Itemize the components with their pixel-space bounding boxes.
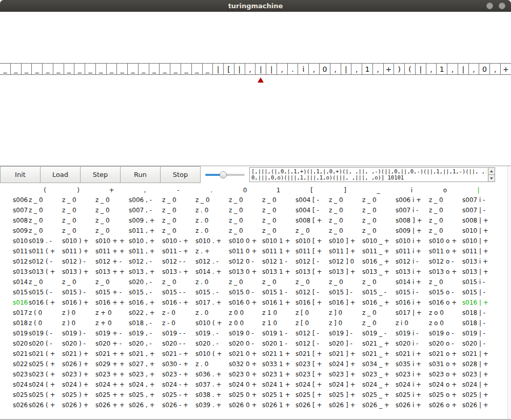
transition-cell: s013 | + <box>462 268 495 275</box>
transition-cell: s019 + - <box>95 330 128 337</box>
load-button[interactable]: Load <box>40 166 81 183</box>
transition-cell: s013 + + <box>95 268 128 275</box>
transition-cell: z - 0 <box>162 319 195 327</box>
transition-cell: z _ 0 <box>95 278 128 286</box>
run-button[interactable]: Run <box>120 166 161 183</box>
transition-cell: s016 | + <box>462 299 495 306</box>
state-label: s020 <box>0 340 28 347</box>
tape-cell: _ <box>202 64 213 74</box>
table-row: s019s019 ( -s019 ) -s019 + -s019 , -s019… <box>0 328 511 338</box>
scrollbar[interactable] <box>507 166 511 419</box>
column-header: . <box>195 187 228 194</box>
transition-cell: s010 | + <box>462 237 495 245</box>
transition-cell: s011 o + <box>428 248 462 255</box>
transition-cell: s024 ] + <box>328 361 362 368</box>
transition-cell: s004 [ - <box>295 207 328 214</box>
transition-cell: s021 ( + <box>28 350 62 357</box>
transition-cell: s021 ) + <box>62 350 95 357</box>
table-row: s023s023 ( +s023 ) +s023 + +s023 , +s023… <box>0 369 511 379</box>
transition-cell: s012 [ - <box>295 289 328 296</box>
program-input[interactable]: [,|||,(|,0,|,1,+)(|,1,|,0,+)(|,_,||,_,-)… <box>249 167 488 182</box>
tape-cell: _ <box>170 64 181 74</box>
table-row: s007z _ 0z _ 0z _ 0s007 , -z _ 0z . 0z _… <box>0 205 511 215</box>
transition-cell: s025 o + <box>428 391 462 398</box>
transition-cell: z ) 0 <box>62 309 95 316</box>
transition-cell: z _ 0 <box>62 227 95 234</box>
transition-cell: s026 i + <box>395 402 428 409</box>
transition-cell: s026 o + <box>428 402 462 409</box>
transition-cell: z _ 0 <box>62 278 95 286</box>
transition-cell: s012 [ - <box>295 340 328 347</box>
transition-cell: s010 ) + <box>62 237 95 245</box>
table-row: s008z _ 0z _ 0z _ 0s009 , +z _ 0z . 0z _… <box>0 215 511 226</box>
slider-track[interactable] <box>205 174 245 176</box>
state-label: s008 <box>0 217 28 224</box>
transition-cell: s006 , - <box>128 196 162 204</box>
scroll-down-button[interactable] <box>488 175 495 182</box>
transition-cell: s008 | + <box>462 217 495 224</box>
init-button[interactable]: Init <box>0 166 41 183</box>
transition-cell: z _ 0 <box>362 217 395 224</box>
transition-cell: s028 | + <box>462 361 495 368</box>
transition-cell: z o 0 <box>428 319 462 327</box>
transition-cell: s026 ( + <box>28 402 62 409</box>
transition-cell: s017 . + <box>195 299 228 306</box>
transition-cell: s024 [ + <box>295 381 328 388</box>
tape-cell: _ <box>74 64 85 74</box>
transition-cell: s013 1 + <box>262 268 295 275</box>
state-label: s016 <box>0 299 28 306</box>
transition-cell: z [ 0 <box>295 309 328 316</box>
transition-cell: s023 , + <box>128 371 162 378</box>
tape-cell: , <box>351 64 362 74</box>
scroll-up-button[interactable] <box>488 167 495 175</box>
transition-cell: s016 ( + <box>28 299 62 306</box>
tape-cell: | <box>415 64 426 74</box>
table-row: s012s012 ( -s012 ) -s012 + -s012 , -s012… <box>0 256 511 267</box>
transition-cell: s023 0 + <box>228 371 262 378</box>
program-input-line1: [,|||,(|,0,|,1,+)(|,1,|,0,+)(|,_,||,_,-)… <box>251 168 486 174</box>
transition-cell: s025 , + <box>128 391 162 398</box>
stop-button[interactable]: Stop <box>160 166 201 183</box>
transition-cell: s011 - + <box>162 248 195 255</box>
tape-cell: _ <box>127 64 138 74</box>
tape-cell: | <box>341 64 351 74</box>
slider-handle[interactable] <box>220 171 227 178</box>
transition-cell: s023 ) + <box>62 371 95 378</box>
program-input-line2: 0,|||,0,o)(|||,1,|||,1,o)(|||,_,|||,_,o)… <box>251 174 486 181</box>
transition-cell: s018 , - <box>128 319 162 327</box>
step-button[interactable]: Step <box>80 166 121 183</box>
transition-cell: s021 [ + <box>295 350 328 357</box>
transition-cell: s023 - + <box>162 371 195 378</box>
transition-cell: s006 i + <box>395 196 428 204</box>
transition-cell: s012 - - <box>162 258 195 265</box>
column-header: - <box>162 187 195 194</box>
state-label: s011 <box>0 248 28 255</box>
state-label: s021 <box>0 350 28 357</box>
state-label: s023 <box>0 371 28 378</box>
transition-cell: z _ 0 <box>428 196 462 204</box>
column-header: 1 <box>262 187 295 194</box>
speed-slider[interactable] <box>201 166 249 183</box>
transition-cell: s023 [ + <box>295 361 328 368</box>
transition-cell: s010 , + <box>128 237 162 245</box>
transition-cell: z _ 0 <box>62 207 95 214</box>
state-label: s007 <box>0 207 28 214</box>
transition-cell: z _ 0 <box>162 278 195 286</box>
transition-cell: s026 | + <box>462 402 495 409</box>
transition-cell: s011 _ + <box>362 248 395 255</box>
close-button[interactable] <box>499 3 505 9</box>
transition-cell: s020 o - <box>428 340 462 347</box>
transition-cell: s012 [ - <box>295 330 328 337</box>
minimize-button[interactable] <box>486 3 493 9</box>
tape-cell: , <box>468 64 479 74</box>
transition-cell: s038 . + <box>195 391 228 398</box>
transition-cell: s010 o + <box>428 237 462 245</box>
tape-cell: , <box>277 64 287 74</box>
transition-cell: s021 i + <box>395 350 428 357</box>
transition-cell: s015 0 - <box>228 289 262 296</box>
transition-cell: s023 ] + <box>328 371 362 378</box>
tape-cell: | <box>234 64 245 74</box>
transition-cell: s027 , + <box>128 361 162 368</box>
transition-cell: s015 | - <box>462 289 495 296</box>
transition-cell: s026 _ + <box>362 402 395 409</box>
